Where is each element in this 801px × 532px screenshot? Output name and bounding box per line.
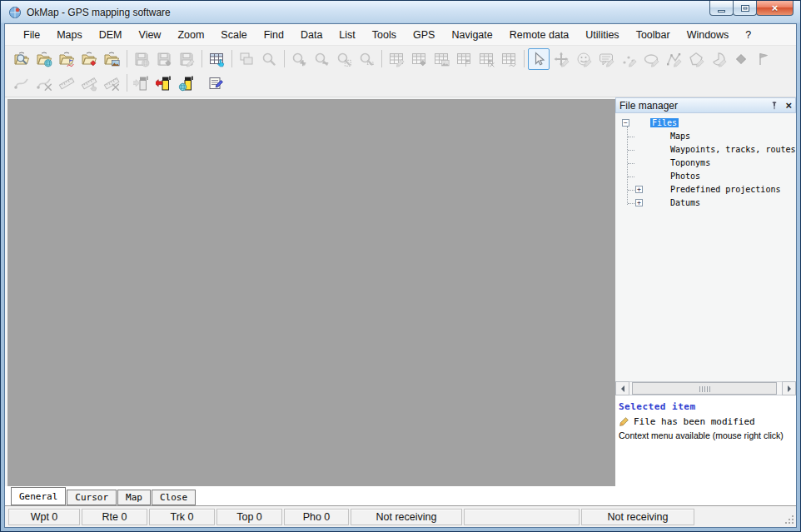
menu-file[interactable]: File: [15, 26, 48, 44]
draw-sector-tool-button: [708, 48, 729, 70]
scrollbar-track[interactable]: [629, 381, 782, 395]
pin-icon[interactable]: [769, 101, 779, 111]
file-properties-icon: [207, 75, 224, 92]
minimize-button[interactable]: [709, 1, 734, 16]
edit-photos-table-icon: [433, 51, 450, 67]
map-canvas[interactable]: [7, 99, 615, 486]
gps-real-time-icon: [178, 75, 195, 92]
save-edits-icon: [178, 51, 195, 67]
menu-tools[interactable]: Tools: [364, 26, 405, 44]
menu-dem[interactable]: DEM: [91, 26, 131, 44]
app-window: OkMap - GPS mapping software × FileMapsD…: [0, 0, 801, 532]
draw-toponym-tool-button: [595, 48, 617, 70]
edit-routes-table-button: [498, 48, 520, 70]
menu-help[interactable]: ?: [737, 26, 759, 44]
extra-status: [464, 509, 580, 525]
gps-real-time-button[interactable]: [176, 72, 197, 94]
menu-view[interactable]: View: [131, 26, 170, 44]
tab-general[interactable]: General: [11, 487, 66, 505]
selected-item-info: Selected item File has been modified Con…: [615, 395, 796, 445]
menu-zoom[interactable]: Zoom: [169, 26, 212, 44]
toolbar-separator: [381, 50, 382, 67]
tree-label: Files: [650, 118, 679, 127]
resize-grip[interactable]: [784, 515, 794, 525]
edit-toponyms-table-icon: [388, 51, 405, 67]
open-waypoints-file-icon: [81, 51, 97, 67]
gps-status: Not receiving: [351, 509, 462, 525]
menu-maps[interactable]: Maps: [48, 26, 91, 44]
draw-sector-tool-icon: [710, 51, 727, 67]
menu-toolbar[interactable]: Toolbar: [628, 26, 679, 44]
zoom-window-button: [258, 48, 280, 70]
duplicate-window-icon: [238, 51, 255, 67]
tree-item-waypoints-tracks-routes[interactable]: Waypoints, tracks, routes: [615, 143, 796, 157]
open-photos-icon: [103, 51, 120, 67]
menu-windows[interactable]: Windows: [679, 26, 738, 44]
receive-from-gps-button[interactable]: [153, 72, 175, 94]
client-area: FileMapsDEMViewZoomScaleFindDataListTool…: [4, 23, 797, 528]
edit-waypoints-table-icon: [410, 51, 427, 67]
open-tracks-file-button[interactable]: [56, 48, 77, 70]
tree-item-datums[interactable]: +Datums: [615, 196, 796, 210]
delete-tracks-table-icon: [478, 51, 495, 67]
draw-polyline-tool-icon: [665, 51, 682, 67]
collapse-icon[interactable]: −: [622, 119, 629, 127]
zoom-extents-icon: [336, 51, 352, 67]
clear-measures-icon: [103, 75, 120, 92]
tree-label: Predefined projections: [669, 185, 782, 194]
data-tables-button[interactable]: [206, 48, 227, 70]
menu-utilities[interactable]: Utilities: [577, 26, 627, 44]
save-web-map-icon: [133, 51, 150, 67]
scrollbar-thumb[interactable]: [632, 382, 777, 395]
data-tables-icon: [208, 51, 225, 67]
minimize-icon: [718, 10, 725, 12]
menu-gps[interactable]: GPS: [405, 26, 443, 44]
scroll-right-button[interactable]: [782, 381, 796, 395]
toponym-symbol-button: [753, 48, 774, 70]
toolbar-separator: [127, 50, 127, 67]
edit-photos-table-button: [430, 48, 452, 70]
draw-polygon-tool-button: [685, 48, 707, 70]
tree-item-files[interactable]: −Files: [615, 117, 796, 130]
menu-data[interactable]: Data: [292, 26, 331, 44]
open-photos-button[interactable]: [101, 48, 122, 70]
open-waypoints-file-button[interactable]: [78, 48, 100, 70]
duplicate-window-button: [236, 48, 257, 70]
select-tool-icon: [530, 51, 547, 67]
panel-close-icon[interactable]: ×: [785, 101, 792, 111]
tree-item-predefined-projections[interactable]: +Predefined projections: [615, 183, 796, 196]
open-map-button[interactable]: [11, 48, 32, 70]
waypoints-count: Wpt 0: [8, 509, 80, 525]
waypoint-symbol-button: [730, 48, 752, 70]
routes-count: Rte 0: [82, 509, 147, 525]
zoom-actual-size-button: [356, 48, 377, 70]
close-button[interactable]: ×: [756, 1, 794, 16]
menu-navigate[interactable]: Navigate: [443, 26, 500, 44]
menu-remote-data[interactable]: Remote data: [501, 26, 578, 44]
tab-cursor[interactable]: Cursor: [67, 490, 117, 505]
file-properties-button[interactable]: [205, 72, 226, 94]
tab-map[interactable]: Map: [117, 490, 151, 505]
tab-close[interactable]: Close: [152, 490, 196, 505]
menu-find[interactable]: Find: [256, 26, 292, 44]
expand-icon[interactable]: +: [635, 186, 643, 193]
maximize-button[interactable]: [733, 1, 757, 16]
scroll-left-button[interactable]: [615, 381, 629, 395]
open-web-map-button[interactable]: [33, 48, 55, 70]
tree-item-photos[interactable]: Photos: [615, 170, 796, 183]
file-tree: −FilesMapsWaypoints, tracks, routesTopon…: [615, 113, 796, 381]
menu-list[interactable]: List: [331, 26, 363, 44]
tree-horizontal-scrollbar[interactable]: [615, 381, 796, 395]
select-tool-button[interactable]: [528, 48, 550, 70]
expand-icon[interactable]: +: [635, 199, 643, 206]
tree-item-toponyms[interactable]: Toponyms: [615, 157, 796, 170]
toolbar-separator: [231, 50, 232, 67]
save-waypoints-icon: [156, 51, 172, 67]
open-web-map-icon: [36, 51, 52, 67]
left-arrow-icon: [618, 385, 624, 392]
tree-item-maps[interactable]: Maps: [615, 130, 796, 143]
zoom-extents-button: [333, 48, 355, 70]
map-area: [5, 97, 615, 486]
toolbar-row-2: [5, 71, 796, 95]
menu-scale[interactable]: Scale: [212, 26, 255, 44]
